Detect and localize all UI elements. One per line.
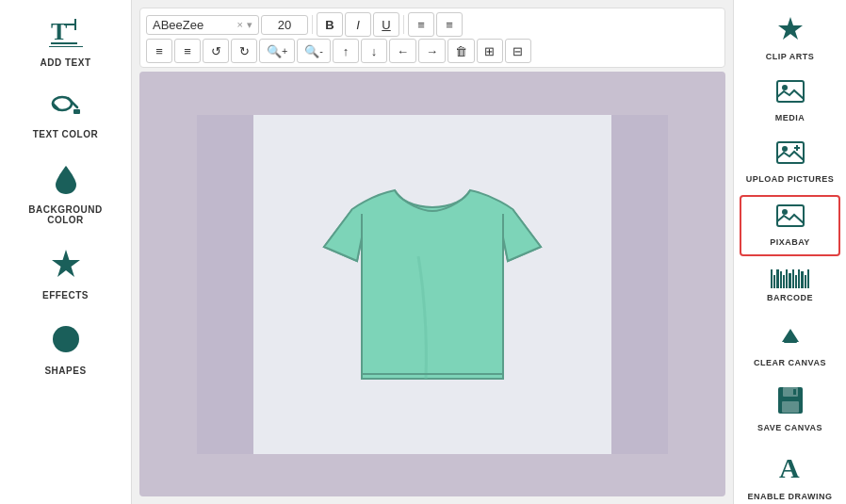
toolbar: ABeeZee × ▾ 20 B I U ≡ ≡ ≡ ≡ ↺ ↻ 🔍+ 🔍- ↑… bbox=[139, 8, 725, 68]
background-color-button[interactable]: BACKGROUND COLOR bbox=[6, 153, 125, 235]
svg-rect-19 bbox=[784, 340, 797, 343]
svg-rect-7 bbox=[73, 109, 80, 114]
grid-button[interactable]: ⊞ bbox=[477, 39, 503, 63]
font-name: ABeeZee bbox=[153, 18, 234, 32]
barcode-label: BARCODE bbox=[767, 293, 813, 302]
barcode-icon bbox=[771, 268, 809, 288]
pixabay-label: PIXABAY bbox=[770, 237, 810, 247]
canvas-right-shade bbox=[611, 115, 668, 454]
svg-point-9 bbox=[53, 326, 79, 352]
save-canvas-icon bbox=[777, 386, 804, 418]
font-size-input[interactable]: 20 bbox=[261, 15, 308, 35]
main-area: ABeeZee × ▾ 20 B I U ≡ ≡ ≡ ≡ ↺ ↻ 🔍+ 🔍- ↑… bbox=[132, 0, 733, 504]
enable-drawing-button[interactable]: A ENABLE DRAWING bbox=[740, 444, 840, 504]
effects-button[interactable]: EFFECTS bbox=[6, 238, 125, 310]
left-sidebar: T ADD TEXT TEXT COLOR BACKGROUND bbox=[0, 0, 132, 504]
background-color-label: BACKGROUND COLOR bbox=[11, 204, 120, 225]
add-text-label: ADD TEXT bbox=[41, 57, 91, 68]
media-button[interactable]: MEDIA bbox=[740, 73, 840, 130]
svg-text:T: T bbox=[51, 18, 67, 45]
move-up-button[interactable]: ↑ bbox=[333, 39, 359, 63]
save-canvas-button[interactable]: SAVE CANVAS bbox=[740, 379, 840, 440]
upload-pictures-button[interactable]: UPLOAD PICTURES bbox=[740, 134, 840, 191]
pixabay-icon bbox=[776, 204, 805, 233]
save-canvas-label: SAVE CANVAS bbox=[757, 423, 822, 432]
toolbar-row-2: ≡ ≡ ↺ ↻ 🔍+ 🔍- ↑ ↓ ← → 🗑 ⊞ ⊟ bbox=[146, 39, 719, 63]
align-left-2-button[interactable]: ≡ bbox=[146, 39, 172, 63]
svg-rect-13 bbox=[777, 142, 804, 163]
shapes-label: SHAPES bbox=[44, 366, 86, 376]
add-text-icon: T bbox=[49, 17, 83, 52]
clip-arts-label: CLIP ARTS bbox=[766, 52, 815, 61]
align-right-button[interactable]: ≡ bbox=[436, 12, 463, 37]
enable-drawing-label: ENABLE DRAWING bbox=[748, 492, 833, 501]
shapes-button[interactable]: SHAPES bbox=[6, 314, 125, 385]
svg-marker-8 bbox=[52, 250, 80, 277]
svg-point-18 bbox=[782, 209, 788, 215]
underline-button[interactable]: U bbox=[373, 12, 399, 37]
clip-arts-icon bbox=[776, 15, 805, 47]
text-color-label: TEXT COLOR bbox=[33, 129, 98, 139]
svg-rect-23 bbox=[793, 389, 796, 395]
effects-label: EFFECTS bbox=[42, 290, 89, 301]
clear-canvas-label: CLEAR CANVAS bbox=[754, 358, 826, 367]
add-text-button[interactable]: T ADD TEXT bbox=[6, 8, 125, 77]
separator-2 bbox=[403, 15, 404, 34]
upload-pictures-icon bbox=[776, 141, 805, 170]
svg-point-14 bbox=[782, 146, 788, 152]
pixabay-button[interactable]: PIXABAY bbox=[740, 195, 840, 256]
font-clear-button[interactable]: × bbox=[237, 19, 243, 30]
svg-text:A: A bbox=[779, 452, 800, 483]
right-sidebar: CLIP ARTS MEDIA UPLOAD PICTURES bbox=[733, 0, 846, 504]
upload-pictures-label: UPLOAD PICTURES bbox=[746, 174, 835, 184]
text-color-icon bbox=[51, 90, 81, 123]
background-color-icon bbox=[52, 162, 80, 199]
clear-canvas-icon bbox=[776, 321, 805, 353]
svg-marker-10 bbox=[778, 17, 803, 40]
media-icon bbox=[776, 80, 805, 108]
enable-drawing-icon: A bbox=[776, 451, 805, 487]
canvas-inner[interactable] bbox=[197, 115, 668, 454]
undo-button[interactable]: ↺ bbox=[203, 39, 229, 63]
effects-icon bbox=[50, 248, 82, 285]
toolbar-row-1: ABeeZee × ▾ 20 B I U ≡ ≡ bbox=[146, 12, 719, 37]
clip-arts-button[interactable]: CLIP ARTS bbox=[740, 8, 840, 69]
zoom-in-button[interactable]: 🔍+ bbox=[259, 39, 295, 63]
move-left-button[interactable]: ← bbox=[389, 39, 416, 63]
move-down-button[interactable]: ↓ bbox=[361, 39, 387, 63]
font-selector[interactable]: ABeeZee × ▾ bbox=[146, 15, 259, 35]
media-label: MEDIA bbox=[775, 113, 805, 122]
fit-button[interactable]: ⊟ bbox=[505, 39, 531, 63]
redo-button[interactable]: ↻ bbox=[231, 39, 257, 63]
barcode-button[interactable]: BARCODE bbox=[740, 260, 840, 310]
zoom-out-button[interactable]: 🔍- bbox=[297, 39, 331, 63]
shirt-image bbox=[272, 143, 593, 426]
align-center-button[interactable]: ≡ bbox=[174, 39, 201, 63]
separator-1 bbox=[312, 15, 313, 34]
align-left-button[interactable]: ≡ bbox=[408, 12, 434, 37]
font-dropdown-arrow[interactable]: ▾ bbox=[247, 19, 252, 31]
svg-point-12 bbox=[782, 85, 788, 90]
svg-rect-11 bbox=[777, 81, 804, 102]
svg-rect-22 bbox=[782, 401, 799, 413]
svg-rect-17 bbox=[777, 205, 804, 226]
text-color-button[interactable]: TEXT COLOR bbox=[6, 81, 125, 149]
canvas-left-shade bbox=[197, 115, 253, 454]
move-right-button[interactable]: → bbox=[418, 39, 446, 63]
italic-button[interactable]: I bbox=[345, 12, 371, 37]
shapes-icon bbox=[50, 323, 82, 360]
delete-button[interactable]: 🗑 bbox=[447, 39, 475, 63]
clear-canvas-button[interactable]: CLEAR CANVAS bbox=[740, 314, 840, 375]
bold-button[interactable]: B bbox=[317, 12, 343, 37]
canvas-wrapper bbox=[139, 72, 725, 496]
